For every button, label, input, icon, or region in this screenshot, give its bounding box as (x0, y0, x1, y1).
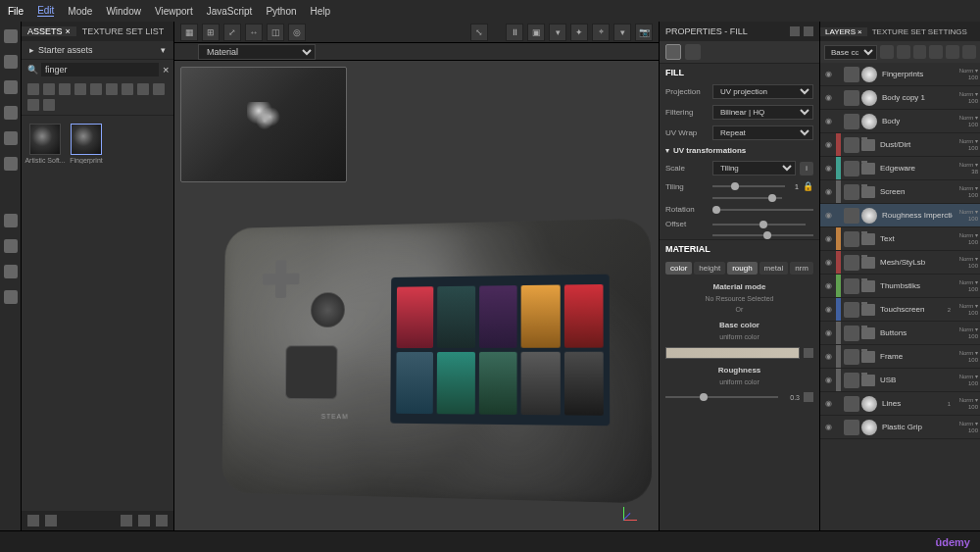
refresh-icon[interactable] (121, 515, 132, 527)
add-folder-icon[interactable] (929, 45, 943, 59)
layer-name[interactable]: Thumbstiks (878, 281, 953, 290)
layer-name[interactable]: Dust/Dirt (878, 140, 953, 149)
filter-material-icon[interactable] (43, 83, 55, 95)
close-icon[interactable]: × (858, 27, 862, 36)
mask-thumb[interactable] (844, 161, 859, 176)
visibility-icon[interactable]: ◉ (820, 258, 836, 267)
visibility-icon[interactable]: ◉ (820, 117, 836, 125)
vp-tool1-icon[interactable]: ⌖ (592, 24, 610, 41)
layer-blend[interactable]: Norm ▾100 (953, 350, 980, 363)
vp-symmetry-icon[interactable]: ↔ (245, 24, 263, 41)
layer-blend[interactable]: Norm ▾100 (953, 374, 980, 386)
layer-blend[interactable]: Norm ▾100 (953, 185, 980, 198)
layer-blend[interactable]: Norm ▾100 (953, 209, 980, 222)
mask-thumb[interactable] (844, 373, 859, 388)
add-fill-icon[interactable] (880, 45, 894, 59)
tiling-x-slider[interactable] (712, 185, 785, 187)
filter-texture-icon[interactable] (106, 83, 118, 95)
shader-props-icon[interactable] (685, 44, 701, 60)
mask-thumb[interactable] (844, 396, 859, 412)
vp-iso-icon[interactable]: ◫ (267, 24, 284, 41)
layer-name[interactable]: Mesh/StyLsb (878, 258, 953, 267)
filter-smartmat-icon[interactable] (59, 83, 71, 95)
bake-icon[interactable]: ✦ (570, 24, 588, 41)
channel-metal[interactable]: metal (760, 262, 789, 275)
layer-blend[interactable]: Norm ▾100 (953, 421, 980, 433)
mask-thumb[interactable] (844, 208, 859, 224)
projection-tool-icon[interactable] (4, 80, 18, 94)
visibility-icon[interactable]: ◉ (820, 376, 836, 384)
layer-name[interactable]: Roughness Imperction (880, 211, 953, 220)
layer-row[interactable]: ◉BodyNorm ▾100 (820, 110, 980, 133)
layer-row[interactable]: ◉Plastic GripNorm ▾100 (820, 416, 980, 439)
layer-blend[interactable]: Norm ▾38 (953, 162, 980, 175)
channel-rough[interactable]: rough (727, 262, 757, 275)
layer-blend[interactable]: Norm ▾100 (953, 256, 980, 269)
mask-thumb[interactable] (844, 67, 859, 82)
layer-name[interactable]: Frame (878, 352, 953, 361)
visibility-icon[interactable]: ◉ (820, 140, 836, 149)
axis-gizmo[interactable] (623, 501, 643, 521)
menu-viewport[interactable]: Viewport (155, 6, 193, 17)
roughness-slider[interactable] (665, 396, 778, 398)
layer-blend[interactable]: Norm ▾100 (953, 115, 980, 127)
visibility-icon[interactable]: ◉ (820, 352, 836, 361)
layer-thumb[interactable] (861, 90, 877, 106)
layer-thumb[interactable] (861, 208, 877, 224)
layer-thumb[interactable] (861, 396, 877, 412)
layer-blend[interactable]: Norm ▾100 (953, 138, 980, 151)
layer-name[interactable]: Fingerprints (880, 70, 953, 78)
vp-3d-icon[interactable]: ▦ (180, 24, 198, 41)
render-icon[interactable]: ▣ (527, 24, 545, 41)
visibility-icon[interactable]: ◉ (820, 187, 836, 196)
tiling-y-slider[interactable] (712, 197, 782, 199)
blend-channel-select[interactable]: Base color (824, 45, 877, 60)
layer-row[interactable]: ◉ButtonsNorm ▾100 (820, 322, 980, 345)
clone-tool-icon[interactable] (4, 157, 18, 171)
layer-row[interactable]: ◉Touchscreen2Norm ▾100 (820, 298, 980, 322)
vp-persp-icon[interactable]: ◎ (288, 24, 306, 41)
layer-row[interactable]: ◉TextNorm ▾100 (820, 227, 980, 251)
layer-blend[interactable]: Norm ▾100 (953, 303, 980, 316)
menu-window[interactable]: Window (106, 6, 141, 17)
mask-thumb[interactable] (844, 255, 859, 271)
reference-image[interactable] (180, 67, 347, 182)
layer-blend[interactable]: Norm ▾100 (953, 232, 980, 245)
vp-split-icon[interactable]: ⤢ (223, 24, 241, 41)
visibility-icon[interactable]: ◉ (820, 281, 836, 290)
filter-particle-icon[interactable] (153, 83, 165, 95)
visibility-icon[interactable]: ◉ (820, 328, 836, 337)
mask-thumb[interactable] (844, 302, 859, 318)
render-mode-select[interactable]: Material (198, 44, 316, 60)
layer-row[interactable]: ◉USBNorm ▾100 (820, 369, 980, 392)
fill-tool-icon[interactable] (4, 106, 18, 120)
filter-brush-icon[interactable] (137, 83, 149, 95)
channel-height[interactable]: height (694, 262, 725, 275)
visibility-icon[interactable]: ◉ (820, 305, 836, 314)
mask-thumb[interactable] (844, 90, 859, 106)
material-mode-sub[interactable]: No Resource Selected (660, 295, 819, 306)
layer-row[interactable]: ◉FingerprintsNorm ▾100 (820, 63, 980, 86)
undock-icon[interactable] (790, 26, 800, 36)
visibility-icon[interactable]: ◉ (820, 70, 836, 78)
layers-tab[interactable]: LAYERS× (820, 27, 867, 36)
filtering-select[interactable]: Bilinear | HQ (712, 105, 813, 120)
pause-icon[interactable]: ⏸ (506, 24, 523, 41)
filter-alpha-icon[interactable] (90, 83, 102, 95)
add-mask-icon[interactable] (913, 45, 927, 59)
layer-name[interactable]: Lines (880, 399, 948, 408)
layer-name[interactable]: Body copy 1 (880, 93, 953, 102)
menu-help[interactable]: Help (311, 6, 331, 17)
view-list-icon[interactable] (138, 515, 150, 527)
texture-set-settings-tab[interactable]: TEXTURE SET SETTINGS (867, 27, 972, 36)
menu-python[interactable]: Python (266, 6, 296, 17)
search-input[interactable] (41, 63, 159, 76)
vp-expand-icon[interactable]: ⤡ (470, 24, 488, 41)
vp-dropdown-icon[interactable]: ▾ (549, 24, 566, 41)
layer-thumb[interactable] (861, 420, 877, 435)
layer-row[interactable]: ◉Dust/DirtNorm ▾100 (820, 133, 980, 157)
add-icon[interactable] (156, 515, 168, 527)
channel-color[interactable]: color (665, 262, 692, 275)
layer-blend[interactable]: Norm ▾100 (953, 68, 980, 80)
chevron-down-icon[interactable]: ▾ (665, 146, 669, 155)
